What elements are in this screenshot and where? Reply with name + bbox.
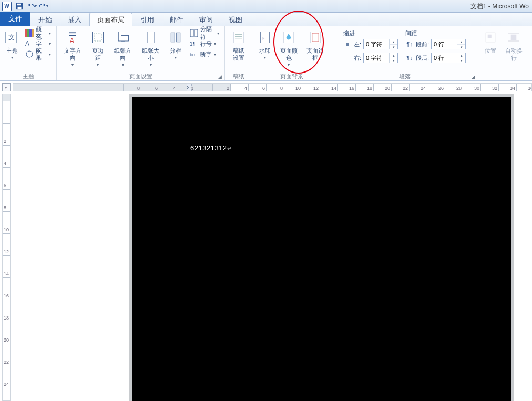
spacing-before-row: ¶↑ 段前: ▴▾ (405, 38, 466, 50)
chevron-down-icon: ▾ (175, 54, 177, 61)
ruler-number: 22 (403, 86, 408, 91)
hyphenation-button[interactable]: bc- 断字▾ (188, 49, 221, 59)
page-setup-launcher[interactable]: ◢ (217, 74, 223, 80)
group-paragraph-label: 段落 (334, 73, 475, 80)
watermark-label: 水印 (259, 47, 271, 54)
group-page-background-label: 页面背景 (255, 73, 328, 80)
paragraph-mark-icon: ↵ (227, 146, 232, 151)
margins-button[interactable]: 页边距▾ (88, 28, 108, 70)
spacing-after-input[interactable] (432, 53, 457, 63)
watermark-button[interactable]: A 水印▾ (255, 28, 274, 63)
tab-view[interactable]: 视图 (221, 13, 250, 26)
themes-button[interactable]: 文 主题 ▾ (3, 28, 21, 63)
spacing-before-label: 段前: (416, 40, 429, 48)
effects-icon (25, 50, 34, 58)
spacing-before-spinner[interactable]: ▴▾ (431, 39, 466, 49)
horizontal-ruler[interactable]: 8642246810121416182022242628303234363840… (13, 83, 532, 91)
page-borders-button[interactable]: 页面边框 (303, 28, 328, 63)
tab-file[interactable]: 文件 (0, 12, 30, 26)
columns-icon (167, 29, 184, 46)
document-viewport[interactable]: 621321312↵ (13, 94, 532, 401)
columns-button[interactable]: 分栏▾ (166, 28, 186, 63)
spacing-before-input[interactable] (432, 39, 457, 49)
indent-right-spinner[interactable]: ▴▾ (363, 53, 398, 63)
indent-left-input[interactable] (364, 39, 389, 49)
ruler-tick: 4 (231, 84, 249, 91)
spin-down-icon[interactable]: ▾ (457, 58, 465, 63)
document-page[interactable]: 621321312↵ (132, 97, 511, 401)
chevron-down-icon: ▾ (97, 61, 99, 69)
spacing-after-row: ¶↓ 段后: ▴▾ (405, 52, 466, 64)
line-numbers-button[interactable]: 1¶ 行号▾ (188, 38, 221, 49)
spin-up-icon[interactable]: ▴ (457, 53, 465, 58)
indent-left-spinner[interactable]: ▴▾ (363, 39, 398, 49)
tab-review[interactable]: 审阅 (191, 13, 221, 26)
chevron-down-icon: ▾ (49, 31, 51, 36)
breaks-button[interactable]: 分隔符▾ (188, 28, 221, 38)
ruler-tick: 2 (177, 84, 195, 91)
chevron-down-icon: ▾ (288, 61, 290, 69)
qat-customize-icon[interactable]: ▾ (46, 4, 48, 8)
line-numbers-icon: 1¶ (190, 39, 198, 48)
orientation-button[interactable]: 纸张方向▾ (110, 28, 136, 70)
colors-icon (25, 29, 34, 37)
spin-up-icon[interactable]: ▴ (457, 39, 465, 45)
ruler-corner[interactable]: ⌐ (2, 83, 11, 91)
group-page-setup-label: 页面设置 (60, 73, 221, 80)
spacing-before-icon: ¶↑ (405, 40, 414, 48)
indent-right-label: 右: (354, 54, 361, 62)
ruler-tick: 10 (284, 84, 302, 91)
svg-rect-20 (177, 33, 180, 42)
manuscript-settings-button[interactable]: 稿纸 设置 (228, 28, 249, 63)
ruler-number: 20 (385, 86, 390, 91)
text-direction-button[interactable]: A 文字方向▾ (60, 28, 86, 70)
paragraph-launcher[interactable]: ◢ (470, 74, 476, 80)
ruler-tick: 8 (124, 84, 141, 91)
qat-save-button[interactable] (14, 1, 25, 12)
spacing-after-spinner[interactable]: ▴▾ (431, 53, 466, 63)
theme-effects-button[interactable]: 效果 ▾ (23, 49, 53, 59)
ruler-number: 32 (492, 86, 497, 91)
tab-page-layout[interactable]: 页面布局 (89, 13, 132, 26)
spacing-after-label: 段后: (416, 54, 429, 62)
ruler-tick: 20 (3, 322, 10, 344)
page-size-icon (142, 29, 159, 46)
ruler-number: 8 (280, 86, 283, 91)
ruler-tick: 12 (302, 84, 320, 91)
ruler-tick: 36 (517, 84, 532, 91)
page-color-button[interactable]: 页面颜色▾ (277, 28, 301, 70)
spin-down-icon[interactable]: ▾ (457, 45, 465, 49)
tab-home[interactable]: 开始 (30, 13, 60, 26)
ruler-tick: 24 (410, 84, 427, 91)
page-shadow: 621321312↵ (129, 94, 514, 401)
svg-rect-6 (27, 29, 29, 37)
indent-marker-bottom[interactable] (187, 84, 192, 91)
group-manuscript: 稿纸 设置 稿纸 (225, 26, 252, 80)
ruler-number: 18 (367, 86, 372, 91)
wrap-text-label: 自动换行 (504, 47, 524, 61)
svg-rect-8 (32, 29, 34, 37)
ribbon: 文 主题 ▾ 颜色 ▾ A 文字体 ▾ (0, 26, 532, 81)
spin-down-icon[interactable]: ▾ (390, 45, 397, 49)
spin-up-icon[interactable]: ▴ (390, 39, 397, 45)
wrap-text-icon (505, 29, 522, 46)
tab-mailings[interactable]: 邮件 (162, 13, 191, 26)
ruler-number: 12 (313, 86, 319, 91)
undo-icon (27, 3, 35, 10)
tab-insert[interactable]: 插入 (60, 13, 89, 26)
page-size-button[interactable]: 纸张大小▾ (138, 28, 163, 70)
ruler-number: 36 (528, 86, 532, 91)
spin-down-icon[interactable]: ▾ (390, 58, 397, 63)
ruler-tick: 24 (3, 366, 10, 388)
tab-references[interactable]: 引用 (132, 13, 162, 26)
document-body-text[interactable]: 621321312↵ (190, 144, 231, 152)
group-page-setup: A 文字方向▾ 页边距▾ 纸张方向▾ 纸张大小▾ 分栏▾ (57, 26, 225, 80)
vertical-ruler[interactable]: 2468101214161820222426 (2, 94, 11, 401)
indent-right-input[interactable] (364, 53, 389, 63)
ruler-tick: 32 (481, 84, 499, 91)
ruler-tick: 16 (3, 278, 10, 300)
spin-up-icon[interactable]: ▴ (390, 53, 397, 58)
margins-label: 页边距 (90, 47, 106, 61)
manuscript-icon (230, 29, 247, 46)
word-app-icon: W (2, 2, 12, 11)
